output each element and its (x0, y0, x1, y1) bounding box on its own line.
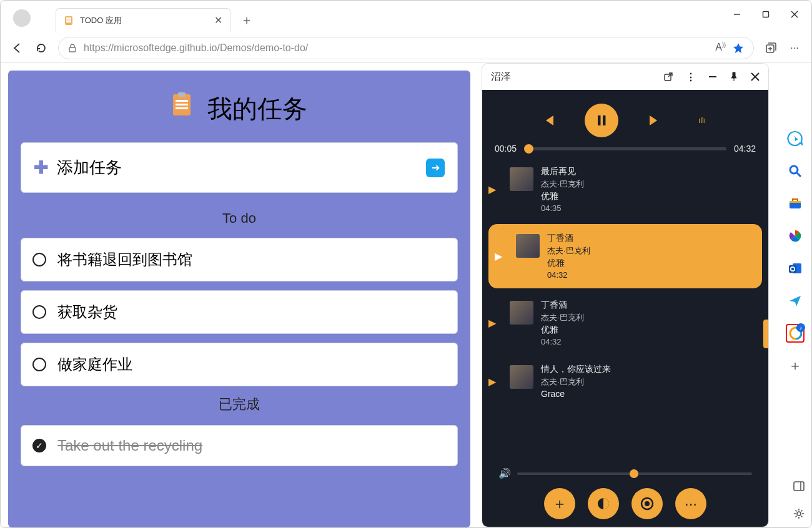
volume-slider[interactable] (517, 472, 752, 475)
pause-button[interactable] (585, 104, 618, 137)
prev-track-button[interactable] (537, 109, 560, 132)
volume-thumb[interactable] (630, 469, 638, 478)
search-icon[interactable] (786, 162, 805, 180)
track-artist: 杰夫·巴克利 (541, 376, 611, 388)
play-icon[interactable]: ▶ (488, 183, 502, 195)
task-text: 做家庭作业 (57, 354, 132, 374)
checkbox-empty-icon[interactable] (32, 305, 46, 319)
task-item[interactable]: 将书籍退回到图书馆 (21, 238, 458, 281)
task-item[interactable]: 做家庭作业 (21, 343, 458, 386)
panel-minimize-icon[interactable] (708, 72, 717, 81)
track-item[interactable]: ▶ 情人，你应该过来 杰夫·巴克利 Grace (482, 355, 768, 400)
svg-rect-22 (598, 115, 601, 125)
page-title: 我的任务 (21, 92, 458, 126)
favorite-star-icon[interactable] (732, 42, 745, 54)
tab-close-icon[interactable]: ✕ (214, 14, 222, 26)
music-player: ıllı 00:05 04:32 ▶ 最后再见 杰夫·巴克利 (482, 90, 768, 527)
new-tab-button[interactable]: ＋ (240, 12, 253, 29)
task-text: Take out the recycling (57, 437, 202, 454)
back-button[interactable] (6, 37, 29, 59)
sidepanel-toggle-icon[interactable] (793, 480, 805, 492)
contrast-button[interactable] (588, 488, 619, 519)
play-icon[interactable]: ▶ (495, 250, 508, 262)
svg-rect-15 (176, 100, 188, 102)
svg-rect-23 (603, 115, 606, 125)
section-todo-header: To do (21, 210, 458, 227)
page-title-text: 我的任务 (207, 95, 307, 123)
track-artist: 杰夫·巴克利 (547, 245, 590, 257)
next-track-button[interactable] (643, 109, 666, 132)
outlook-icon[interactable] (786, 259, 805, 278)
add-task-card[interactable]: ✚ 添加任务 ➔ (21, 142, 458, 193)
submit-arrow-button[interactable]: ➔ (426, 159, 445, 177)
bing-chat-icon[interactable] (786, 129, 805, 148)
task-item[interactable]: 获取杂货 (21, 290, 458, 334)
track-title: 最后再见 (541, 166, 584, 177)
album-art (516, 234, 540, 258)
play-icon[interactable]: ▶ (488, 317, 502, 329)
track-artist: 杰夫·巴克利 (541, 178, 584, 190)
svg-rect-8 (69, 47, 76, 52)
svg-rect-1 (66, 17, 71, 19)
seek-thumb[interactable] (524, 144, 533, 154)
add-sidebar-icon[interactable]: ＋ (786, 356, 805, 375)
track-item[interactable]: ▶ 最后再见 杰夫·巴克利 优雅 04:35 (482, 157, 768, 222)
checkbox-checked-icon[interactable]: ✓ (32, 439, 46, 452)
svg-rect-36 (794, 482, 804, 491)
pin-icon[interactable] (730, 72, 738, 82)
svg-rect-33 (789, 265, 796, 273)
play-icon[interactable]: ▶ (488, 376, 502, 388)
browser-window: TODO 应用 ✕ ＋ https://microsoftedge.github… (0, 0, 812, 528)
checkbox-empty-icon[interactable] (32, 358, 46, 371)
done-task-item[interactable]: ✓Take out the recycling (21, 425, 458, 466)
svg-rect-3 (66, 21, 71, 22)
scrollbar-thumb[interactable] (763, 320, 768, 348)
music-panel-header: 沼泽 ⋮ (482, 64, 768, 90)
track-album: 优雅 (547, 258, 590, 269)
office-icon[interactable] (786, 227, 805, 245)
shopping-icon[interactable] (786, 194, 805, 213)
settings-icon[interactable] (793, 507, 805, 520)
plus-icon: ✚ (34, 157, 48, 178)
checkbox-empty-icon[interactable] (32, 253, 46, 266)
svg-point-27 (790, 166, 798, 174)
player-controls: ıllı (482, 104, 768, 137)
album-art (510, 167, 533, 191)
open-external-icon[interactable] (663, 72, 673, 82)
album-art (510, 301, 533, 325)
read-aloud-icon[interactable]: A)) (715, 42, 726, 53)
profile-avatar[interactable] (13, 9, 31, 27)
svg-point-38 (797, 512, 801, 516)
send-icon[interactable] (786, 291, 805, 310)
track-item[interactable]: ▶ 丁香酒 杰夫·巴克利 优雅 04:32 (482, 291, 768, 355)
collections-button[interactable] (759, 37, 783, 59)
menu-button[interactable]: ··· (783, 37, 806, 59)
more-button[interactable]: ··· (675, 488, 706, 519)
more-icon[interactable]: ⋮ (686, 71, 696, 83)
panel-close-icon[interactable] (751, 72, 760, 81)
browser-tab[interactable]: TODO 应用 ✕ (56, 8, 230, 32)
maximize-button[interactable] (751, 3, 780, 26)
svg-rect-30 (790, 201, 801, 203)
close-button[interactable] (780, 3, 809, 26)
svg-marker-9 (733, 43, 743, 53)
minimize-button[interactable] (723, 3, 751, 26)
music-panel: 沼泽 ⋮ ıllı 00:05 (482, 63, 769, 527)
add-task-label: 添加任务 (57, 157, 426, 178)
content-area: 我的任务 ✚ 添加任务 ➔ To do 将书籍退回到图书馆 获取杂货 做家庭作业… (1, 63, 811, 527)
equalizer-icon[interactable]: ıllı (691, 109, 713, 132)
address-bar[interactable]: https://microsoftedge.github.io/Demos/de… (58, 37, 754, 59)
svg-point-26 (645, 501, 650, 506)
track-item-active[interactable]: ▶ 丁香酒 杰夫·巴克利 优雅 04:32 (488, 224, 762, 288)
media-player-sidebar-icon[interactable]: ♪ (786, 324, 805, 343)
record-button[interactable] (631, 488, 663, 519)
volume-icon[interactable]: 🔊 (498, 467, 511, 479)
tab-favicon-icon (64, 16, 74, 26)
window-controls (723, 3, 809, 26)
volume-control: 🔊 (482, 465, 768, 484)
track-duration: 04:32 (541, 337, 584, 346)
seek-slider[interactable] (524, 147, 726, 150)
add-button[interactable]: ＋ (544, 488, 575, 519)
task-text: 将书籍退回到图书馆 (57, 250, 192, 270)
refresh-button[interactable] (29, 37, 53, 59)
